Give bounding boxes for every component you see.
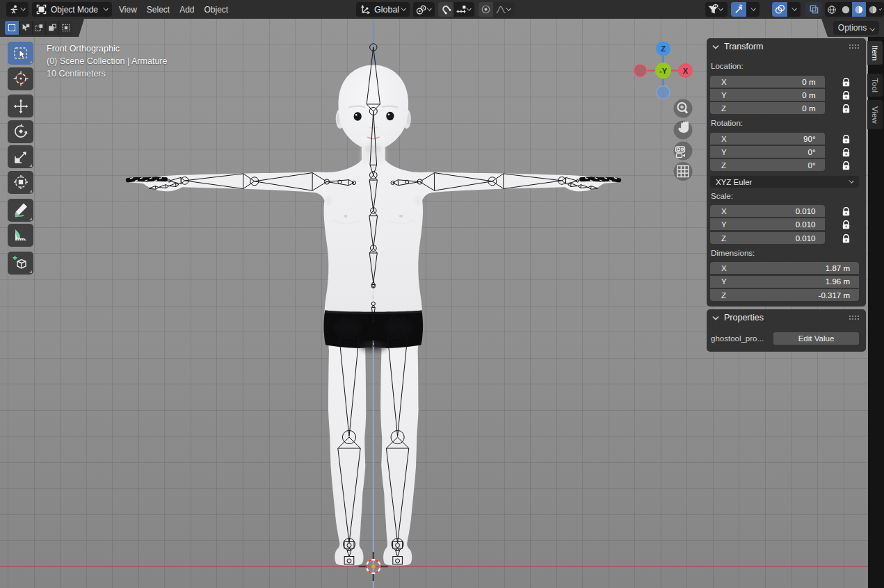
- svg-text:X: X: [683, 67, 689, 75]
- svg-text:-Y: -Y: [659, 67, 668, 75]
- svg-text:Z: Z: [661, 44, 666, 53]
